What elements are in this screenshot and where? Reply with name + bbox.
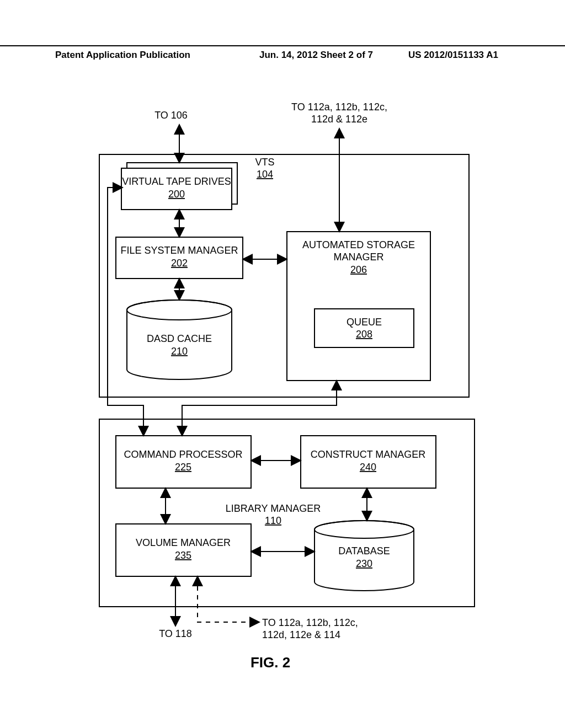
cm-title: CONSTRUCT MANAGER xyxy=(311,449,426,460)
to-118-label: TO 118 xyxy=(159,628,192,639)
to-112-top-label-a: TO 112a, 112b, 112c, xyxy=(291,101,387,113)
queue-ref: 208 xyxy=(356,329,372,340)
cp-ref: 225 xyxy=(175,462,191,473)
vtd-ref: 200 xyxy=(168,189,185,200)
vm-title: VOLUME MANAGER xyxy=(136,537,231,548)
queue-title: QUEUE xyxy=(347,317,382,328)
db-title: DATABASE xyxy=(338,545,390,556)
database: DATABASE 230 xyxy=(315,521,414,591)
to-112-bot-label-a: TO 112a, 112b, 112c, xyxy=(262,617,358,628)
lm-ref: 110 xyxy=(265,515,281,526)
vtd-title: VIRTUAL TAPE DRIVES xyxy=(122,176,231,187)
fsm-title: FILE SYSTEM MANAGER xyxy=(120,245,238,256)
queue-box xyxy=(315,309,414,347)
vts-title: VTS xyxy=(255,157,274,168)
vm-ref: 235 xyxy=(175,550,191,561)
db-ref: 230 xyxy=(356,558,372,569)
asm-title2: MANAGER xyxy=(333,251,383,263)
dasd-cache: DASD CACHE 210 xyxy=(127,300,232,379)
dasd-title: DASD CACHE xyxy=(147,333,212,344)
fsm-ref: 202 xyxy=(171,258,188,269)
to-112-bot-label-b: 112d, 112e & 114 xyxy=(262,629,340,640)
asm-title1: AUTOMATED STORAGE xyxy=(302,239,415,250)
header-left: Patent Application Publication xyxy=(0,50,259,61)
dasd-ref: 210 xyxy=(171,346,188,357)
to-106-label: TO 106 xyxy=(154,110,188,121)
to-112-top-label-b: 112d & 112e xyxy=(311,114,367,125)
asm-ref: 206 xyxy=(350,264,367,275)
lm-title: LIBRARY MANAGER xyxy=(226,503,321,514)
page-header: Patent Application Publication Jun. 14, … xyxy=(0,45,565,61)
diagram: VTS 104 VIRTUAL TAPE DRIVES 200 FILE SYS… xyxy=(55,99,508,651)
page: Patent Application Publication Jun. 14, … xyxy=(0,0,565,728)
figure-caption: FIG. 2 xyxy=(250,654,290,671)
vts-ref: 104 xyxy=(257,169,273,180)
cm-ref: 240 xyxy=(360,462,376,473)
header-center: Jun. 14, 2012 Sheet 2 of 7 xyxy=(259,50,403,61)
cp-title: COMMAND PROCESSOR xyxy=(124,449,242,460)
header-right: US 2012/0151133 A1 xyxy=(403,50,565,61)
